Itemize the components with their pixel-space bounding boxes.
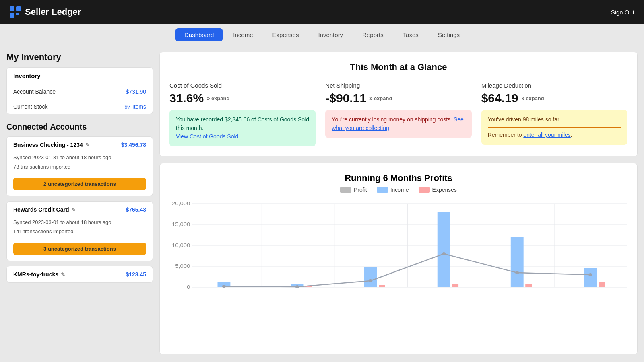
- profit-label: Profit: [354, 187, 367, 193]
- svg-rect-26: [452, 284, 458, 287]
- nav-expenses[interactable]: Expenses: [264, 28, 308, 41]
- svg-rect-28: [525, 284, 532, 287]
- income-label: Income: [390, 187, 409, 193]
- shipping-box: You're currently losing money on shippin…: [325, 110, 471, 138]
- uncategorized-btn-1[interactable]: 3 uncategorized transactions: [13, 243, 146, 255]
- mileage-label: Mileage Deduction: [481, 82, 627, 89]
- inventory-card-header: Inventory: [7, 68, 153, 84]
- legend-profit: Profit: [340, 187, 367, 193]
- current-stock-label: Current Stock: [13, 103, 48, 110]
- account-card-2: KMRs-toy-trucks ✎ $123.45: [6, 266, 153, 283]
- account-name-1: Rewards Credit Card ✎: [13, 206, 76, 213]
- svg-rect-2: [10, 13, 14, 18]
- glance-cogs: Cost of Goods Sold 31.6% expand You have…: [169, 82, 316, 146]
- my-inventory-title: My Inventory: [6, 52, 153, 62]
- main-nav: Dashboard Income Expenses Inventory Repo…: [0, 24, 644, 45]
- expenses-swatch: [419, 187, 430, 193]
- account-card-1: Rewards Credit Card ✎ $765.43 Synced 202…: [6, 201, 153, 261]
- shipping-label: Net Shipping: [325, 82, 471, 89]
- current-stock-row: Current Stock 97 Items: [7, 99, 153, 114]
- svg-point-35: [515, 271, 519, 274]
- current-stock-value[interactable]: 97 Items: [124, 103, 146, 110]
- legend-income: Income: [377, 187, 409, 193]
- svg-text:15,000: 15,000: [172, 221, 190, 227]
- account-balance-label: Account Balance: [13, 88, 56, 95]
- svg-rect-29: [584, 268, 597, 287]
- svg-rect-23: [364, 267, 377, 287]
- account-name-0: Business Checking - 1234 ✎: [13, 142, 90, 148]
- sidebar: My Inventory Inventory Account Balance $…: [6, 52, 159, 354]
- account-balance-2[interactable]: $123.45: [126, 271, 146, 278]
- logo-text: Seller Ledger: [25, 7, 81, 17]
- svg-text:0: 0: [187, 284, 190, 290]
- svg-rect-30: [599, 282, 605, 287]
- chart-legend: Profit Income Expenses: [169, 187, 627, 193]
- chart-card: Running 6 Months Profits Profit Income E…: [159, 163, 638, 354]
- mileage-expand[interactable]: expand: [521, 95, 544, 101]
- cogs-label: Cost of Goods Sold: [169, 82, 316, 89]
- nav-dashboard[interactable]: Dashboard: [175, 28, 223, 41]
- glance-mileage: Mileage Deduction $64.19 expand You've d…: [481, 82, 627, 146]
- sign-out-button[interactable]: Sign Out: [611, 9, 634, 16]
- mileage-value: $64.19 expand: [481, 91, 627, 105]
- inventory-card: Inventory Account Balance $731.90 Curren…: [6, 67, 153, 114]
- main-content: My Inventory Inventory Account Balance $…: [0, 45, 644, 361]
- svg-text:10,000: 10,000: [172, 242, 190, 248]
- legend-expenses: Expenses: [419, 187, 457, 193]
- svg-point-36: [588, 273, 592, 276]
- logo: Seller Ledger: [10, 6, 81, 18]
- svg-point-32: [295, 285, 299, 288]
- svg-text:5,000: 5,000: [175, 263, 190, 269]
- edit-icon-0[interactable]: ✎: [85, 142, 90, 148]
- nav-income[interactable]: Income: [224, 28, 262, 41]
- cogs-value: 31.6% expand: [169, 91, 316, 105]
- account-name-2: KMRs-toy-trucks ✎: [13, 271, 65, 278]
- glance-shipping: Net Shipping -$90.11 expand You're curre…: [325, 82, 471, 146]
- nav-settings[interactable]: Settings: [429, 28, 469, 41]
- cogs-box: You have recorded $2,345.66 of Costs of …: [169, 110, 316, 146]
- logo-icon: [10, 6, 21, 18]
- edit-icon-2[interactable]: ✎: [61, 272, 65, 278]
- account-header-0: Business Checking - 1234 ✎ $3,456.78: [7, 137, 153, 153]
- chart-area: 20,000 15,000 10,000 5,000 0: [169, 200, 627, 304]
- income-swatch: [377, 187, 388, 193]
- right-content: This Month at a Glance Cost of Goods Sol…: [159, 52, 638, 354]
- account-balance-0[interactable]: $3,456.78: [121, 142, 146, 148]
- nav-taxes[interactable]: Taxes: [394, 28, 427, 41]
- svg-point-31: [222, 285, 226, 288]
- sync-info-0: Synced 2023-01-31 to about 18 hours ago: [7, 153, 153, 162]
- header: Seller Ledger Sign Out: [0, 0, 644, 24]
- transactions-1: 141 transactions imported: [7, 227, 153, 239]
- svg-point-34: [442, 252, 446, 255]
- glance-card: This Month at a Glance Cost of Goods Sol…: [159, 52, 638, 156]
- sync-info-1: Synced 2023-03-01 to about 18 hours ago: [7, 218, 153, 227]
- transactions-0: 73 transactions imported: [7, 162, 153, 175]
- cogs-expand[interactable]: expand: [207, 95, 229, 101]
- shipping-expand[interactable]: expand: [369, 95, 392, 101]
- connected-accounts-title: Connected Accounts: [6, 122, 153, 132]
- svg-point-33: [369, 279, 372, 282]
- svg-rect-1: [16, 6, 21, 11]
- nav-inventory[interactable]: Inventory: [309, 28, 352, 41]
- cogs-box-link[interactable]: View Cost of Goods Sold: [176, 133, 238, 140]
- edit-icon-1[interactable]: ✎: [71, 207, 76, 213]
- chart-title: Running 6 Months Profits: [169, 173, 627, 183]
- svg-text:20,000: 20,000: [172, 200, 190, 206]
- nav-reports[interactable]: Reports: [353, 28, 392, 41]
- expenses-label: Expenses: [432, 187, 457, 193]
- account-header-2: KMRs-toy-trucks ✎ $123.45: [7, 266, 153, 282]
- account-balance-1[interactable]: $765.43: [126, 206, 146, 213]
- glance-title: This Month at a Glance: [169, 62, 627, 72]
- uncategorized-btn-0[interactable]: 2 uncategorized transactions: [13, 178, 146, 190]
- svg-rect-25: [438, 212, 450, 287]
- shipping-value: -$90.11 expand: [325, 91, 471, 105]
- account-header-1: Rewards Credit Card ✎ $765.43: [7, 202, 153, 218]
- account-balance-row: Account Balance $731.90: [7, 84, 153, 99]
- chart-svg: 20,000 15,000 10,000 5,000 0: [169, 200, 627, 304]
- account-card-0: Business Checking - 1234 ✎ $3,456.78 Syn…: [6, 136, 153, 196]
- glance-grid: Cost of Goods Sold 31.6% expand You have…: [169, 82, 627, 146]
- mileage-box-link[interactable]: enter all your miles: [523, 132, 571, 138]
- svg-rect-3: [16, 13, 19, 15]
- mileage-box: You've driven 98 miles so far. Remember …: [481, 110, 627, 145]
- account-balance-value[interactable]: $731.90: [126, 88, 146, 95]
